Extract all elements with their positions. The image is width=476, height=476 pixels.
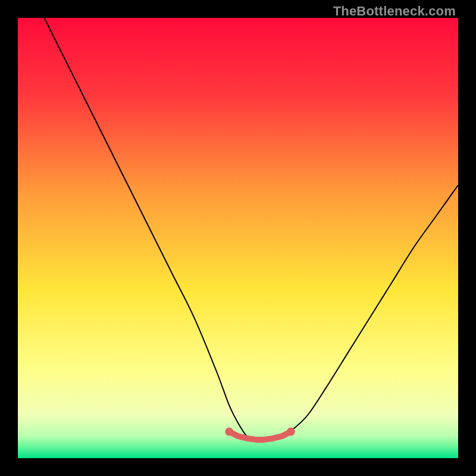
- watermark-text: TheBottleneck.com: [333, 4, 456, 19]
- chart-frame: TheBottleneck.com: [0, 0, 476, 476]
- bottleneck-curve: [18, 18, 458, 458]
- svg-point-2: [287, 428, 295, 436]
- plot-area: [18, 18, 458, 458]
- svg-point-1: [225, 428, 233, 436]
